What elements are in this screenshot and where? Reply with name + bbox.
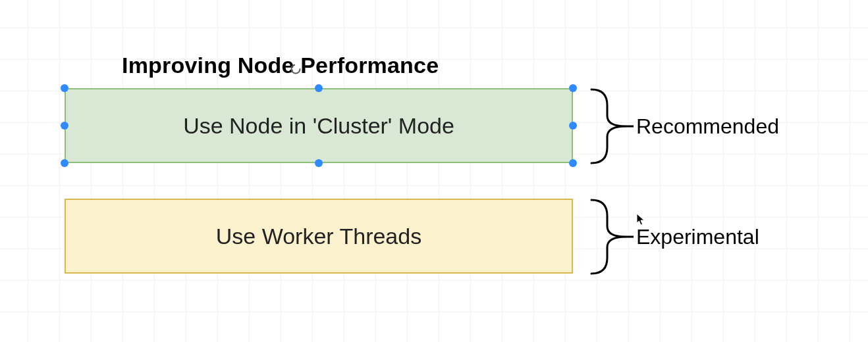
brace-icon <box>587 88 634 164</box>
annotation-label-experimental: Experimental <box>636 225 759 249</box>
option-box-text: Use Worker Threads <box>216 224 421 249</box>
annotation-label-recommended: Recommended <box>636 114 779 139</box>
diagram-title: Improving Node Performance <box>122 53 439 78</box>
mouse-cursor-icon <box>636 213 645 226</box>
option-box-cluster-mode[interactable]: Use Node in 'Cluster' Mode <box>65 88 573 163</box>
canvas-grid <box>0 0 868 342</box>
brace-icon <box>587 199 634 275</box>
option-box-text: Use Node in 'Cluster' Mode <box>183 113 454 139</box>
option-box-worker-threads[interactable]: Use Worker Threads <box>65 199 573 274</box>
